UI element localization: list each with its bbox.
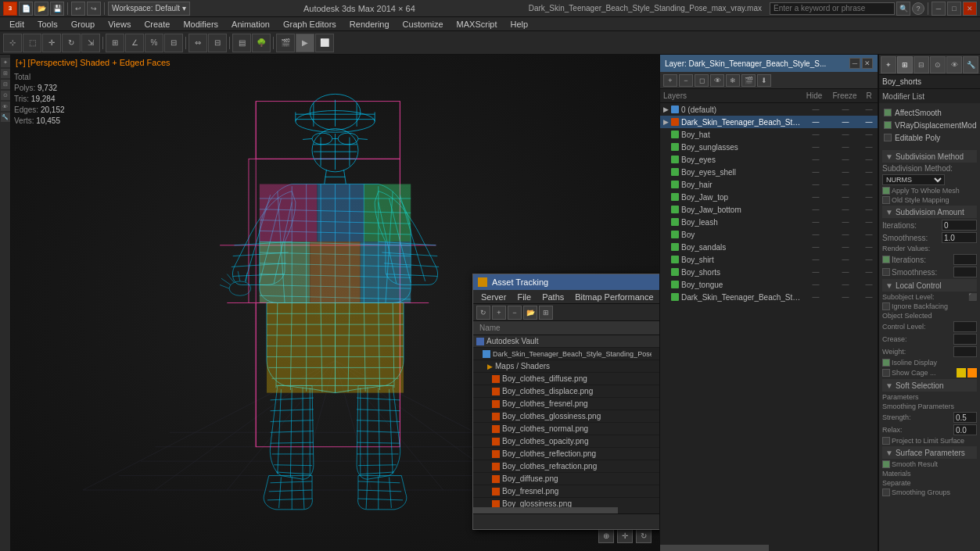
list-item[interactable]: Boy — — — bbox=[660, 228, 878, 241]
layers-minimize-btn[interactable]: ─ bbox=[849, 58, 860, 69]
weight-input[interactable] bbox=[953, 346, 977, 357]
subdivision-amount-header[interactable]: ▼ Subdivision Amount bbox=[882, 206, 977, 218]
list-item[interactable]: Boy_leash — — — bbox=[660, 216, 878, 228]
modifier-checkbox[interactable] bbox=[884, 109, 892, 116]
render-iter-input[interactable] bbox=[953, 254, 977, 265]
search-input[interactable] bbox=[770, 2, 895, 15]
subdivision-method-header[interactable]: ▼ Subdivision Method bbox=[882, 150, 977, 163]
right-hierarchy-btn[interactable]: ⊟ bbox=[914, 56, 929, 73]
list-item[interactable]: AffectSmooth bbox=[882, 106, 977, 119]
apply-whole-mesh-checkbox[interactable] bbox=[882, 187, 890, 195]
list-item[interactable]: Boy_eyes_shell — — — bbox=[660, 166, 878, 178]
table-row[interactable]: Boy_clothes_glossiness.png Found bbox=[473, 410, 659, 423]
align-btn[interactable]: ⊟ bbox=[208, 34, 227, 52]
layer-manager-btn[interactable]: ▤ bbox=[232, 34, 251, 52]
close-btn[interactable]: ✕ bbox=[963, 2, 977, 16]
select-btn[interactable]: ⊹ bbox=[3, 34, 22, 52]
at-remove-btn[interactable]: − bbox=[508, 306, 522, 320]
pan-btn[interactable]: ✛ bbox=[617, 528, 633, 543]
render-setup-btn[interactable]: 🎬 bbox=[276, 34, 295, 52]
crease-input[interactable] bbox=[953, 334, 977, 345]
table-row[interactable]: Boy_clothes_fresnel.png Found bbox=[473, 398, 659, 410]
layers-list[interactable]: ▶ 0 (default) — — — ▶ Dark_Skin_Teenager… bbox=[660, 103, 878, 545]
list-item[interactable]: Boy_tongue — — — bbox=[660, 278, 878, 291]
at-horizontal-scrollbar[interactable] bbox=[473, 507, 659, 513]
cage-color-swatch2[interactable] bbox=[967, 368, 977, 377]
strength-input[interactable] bbox=[953, 412, 977, 423]
table-row[interactable]: Boy_diffuse.png Found bbox=[473, 473, 659, 485]
table-row[interactable]: ▶ Maps / Shaders bbox=[473, 360, 659, 373]
table-row[interactable]: Boy_fresnel.png Found bbox=[473, 485, 659, 498]
select-region-btn[interactable]: ⬚ bbox=[23, 34, 41, 52]
sidebar-display-icon[interactable]: 👁 bbox=[1, 102, 10, 111]
open-btn[interactable]: 📂 bbox=[34, 2, 48, 16]
zoom-btn[interactable]: ⊕ bbox=[598, 528, 614, 543]
list-item[interactable]: Boy_hair — — — bbox=[660, 178, 878, 191]
workspace-dropdown[interactable]: Workspace: Default ▾ bbox=[108, 2, 190, 16]
list-item[interactable]: Dark_Skin_Teenager_Beach_Standing_Pose —… bbox=[660, 291, 878, 303]
menu-graph-editors[interactable]: Graph Editors bbox=[277, 17, 343, 31]
list-item[interactable]: ▶ Dark_Skin_Teenager_Beach_Style_Standin… bbox=[660, 116, 878, 128]
ctrl-level-input[interactable] bbox=[953, 321, 977, 332]
project-limit-checkbox[interactable] bbox=[882, 437, 890, 445]
table-row[interactable]: Boy_clothes_normal.png Found bbox=[473, 423, 659, 435]
cage-color-swatch[interactable] bbox=[957, 368, 966, 377]
table-row[interactable]: Autodesk Vault Logged Out bbox=[473, 335, 659, 348]
layers-close-btn[interactable]: ✕ bbox=[862, 58, 873, 69]
surface-params-header[interactable]: ▼ Surface Parameters bbox=[882, 446, 977, 459]
method-dropdown[interactable]: NURMS bbox=[882, 174, 945, 185]
table-row[interactable]: Dark_Skin_Teenager_Beach_Style_Standing_… bbox=[473, 348, 659, 360]
isoline-checkbox[interactable] bbox=[882, 359, 890, 367]
table-row[interactable]: Boy_clothes_refraction.png Found bbox=[473, 460, 659, 473]
at-table[interactable]: Autodesk Vault Logged Out Dark_Skin_Teen… bbox=[473, 335, 659, 507]
layers-freeze-btn[interactable]: ❄ bbox=[726, 74, 740, 87]
list-item[interactable]: ▶ 0 (default) — — — bbox=[660, 103, 878, 116]
minimize-btn[interactable]: ─ bbox=[932, 2, 946, 16]
render-smooth-input[interactable] bbox=[953, 267, 977, 277]
render-iter-checkbox[interactable] bbox=[882, 256, 890, 263]
list-item[interactable]: Boy_shorts — — — bbox=[660, 266, 878, 278]
table-row[interactable]: Boy_clothes_diffuse.png Found bbox=[473, 373, 659, 385]
menu-create[interactable]: Create bbox=[138, 17, 176, 31]
table-row[interactable]: Boy_clothes_displace.png Found bbox=[473, 385, 659, 398]
iterations-input[interactable] bbox=[942, 220, 977, 231]
new-btn[interactable]: 📄 bbox=[19, 2, 33, 16]
at-menu-server[interactable]: Server bbox=[476, 290, 511, 304]
save-btn[interactable]: 💾 bbox=[50, 2, 64, 16]
list-item[interactable]: Boy_sandals — — — bbox=[660, 241, 878, 253]
rotate-btn[interactable]: ↻ bbox=[62, 34, 81, 52]
layers-render-btn[interactable]: 🎬 bbox=[741, 74, 756, 87]
menu-modifiers[interactable]: Modifiers bbox=[177, 17, 224, 31]
sidebar-modify-icon[interactable]: ⊞ bbox=[1, 69, 10, 78]
list-item[interactable]: Editable Poly bbox=[882, 131, 977, 144]
at-menu-paths[interactable]: Paths bbox=[537, 290, 569, 304]
menu-help[interactable]: Help bbox=[504, 17, 535, 31]
maximize-btn[interactable]: □ bbox=[947, 2, 961, 16]
right-motion-btn[interactable]: ⊙ bbox=[930, 56, 946, 73]
layers-scrollbar[interactable] bbox=[660, 545, 878, 551]
right-utility-btn[interactable]: 🔧 bbox=[963, 56, 978, 73]
smooth-result-checkbox[interactable] bbox=[882, 460, 890, 468]
menu-views[interactable]: Views bbox=[102, 17, 137, 31]
soft-selection-header[interactable]: ▼ Soft Selection bbox=[882, 379, 977, 392]
list-item[interactable]: Boy_eyes — — — bbox=[660, 153, 878, 166]
at-menu-bitmap[interactable]: Bitmap Performance and Memory bbox=[570, 290, 659, 304]
mirror-btn[interactable]: ⇔ bbox=[188, 34, 207, 52]
sidebar-utility-icon[interactable]: 🔧 bbox=[1, 113, 10, 122]
spinner-snap-btn[interactable]: ⊟ bbox=[164, 34, 183, 52]
search-btn[interactable]: 🔍 bbox=[896, 2, 910, 16]
sidebar-motion-icon[interactable]: ⊙ bbox=[1, 91, 10, 100]
list-item[interactable]: Boy_shirt — — — bbox=[660, 253, 878, 266]
list-item[interactable]: Boy_Jaw_bottom — — — bbox=[660, 203, 878, 216]
render-frame-btn[interactable]: ⬜ bbox=[315, 34, 334, 52]
ignore-bf-checkbox[interactable] bbox=[882, 302, 890, 310]
menu-maxscript[interactable]: MAXScript bbox=[451, 17, 504, 31]
show-cage-checkbox[interactable] bbox=[882, 369, 890, 377]
list-item[interactable]: VRayDisplacementMod bbox=[882, 119, 977, 131]
menu-rendering[interactable]: Rendering bbox=[343, 17, 396, 31]
old-style-checkbox[interactable] bbox=[882, 196, 890, 204]
menu-edit[interactable]: Edit bbox=[3, 17, 31, 31]
percent-snap-btn[interactable]: % bbox=[145, 34, 163, 52]
scrollbar-thumb[interactable] bbox=[660, 545, 769, 551]
scale-btn[interactable]: ⇲ bbox=[81, 34, 100, 52]
